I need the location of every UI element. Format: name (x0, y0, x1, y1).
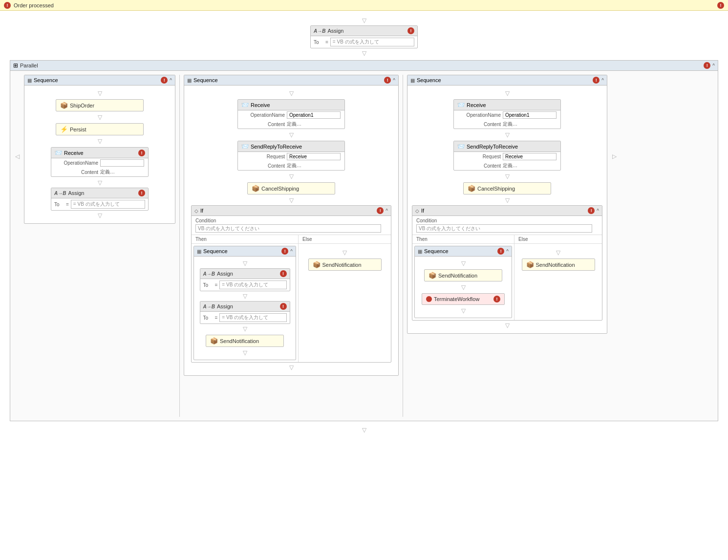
top-assign-activity[interactable]: A→B Assign ! To = = VB の式を入力して (310, 25, 418, 48)
then-assign2-header: A→B Assign ! (200, 302, 290, 312)
right-then-seq-label: Sequence (424, 248, 449, 254)
top-assign-error: ! (407, 27, 414, 34)
right-else-send-notif[interactable]: 📦 SendNotification (522, 258, 595, 271)
then-assign1[interactable]: A→B Assign ! To = (200, 268, 290, 291)
then-assign1-to: To (203, 282, 213, 288)
right-receive-opname-input[interactable] (503, 111, 557, 119)
left-receive-error: ! (138, 150, 145, 156)
right-seq-collapse[interactable]: ^ (601, 78, 604, 83)
left-assign-header: A→B Assign ! (51, 188, 148, 198)
mid-send-req-label: Request (241, 154, 285, 159)
right-send-reply-activity[interactable]: 📨 SendReplyToReceive Request Content 定義… (453, 141, 561, 171)
right-if-condition-label: Condition (416, 218, 598, 223)
left-receive-opname-label: OperationName (54, 160, 98, 166)
right-then-seq-collapse[interactable]: ^ (506, 249, 509, 254)
right-arrow2: ▽ (505, 130, 510, 140)
right-receive-icon: 📨 (457, 101, 465, 108)
mid-if-error: ! (377, 207, 384, 214)
mid-receive-opname-input[interactable] (287, 111, 341, 119)
left-arrow4: ▽ (98, 178, 102, 188)
then-assign1-icon: A→B (203, 271, 215, 277)
then-send-notif[interactable]: 📦 SendNotification (206, 335, 284, 347)
mid-receive-content-label: Content (241, 122, 285, 127)
then-assign2-input[interactable]: = VB の式を入力して (219, 313, 286, 322)
mid-send-req-input[interactable] (287, 153, 341, 160)
then-assign1-input[interactable]: = VB の式を入力して (219, 280, 286, 289)
mid-else-send-notif[interactable]: 📦 SendNotification (308, 258, 382, 271)
mid-then-seq-icon: ▦ (197, 249, 201, 254)
middle-seq-collapse[interactable]: ^ (393, 78, 395, 83)
then-send-notif-label: SendNotification (220, 338, 259, 344)
bottom-arrow: ▽ (5, 425, 723, 435)
right-receive-activity[interactable]: 📨 Receive OperationName Content 定義… (453, 99, 561, 129)
then-assign2-to: To (203, 315, 213, 321)
right-if-else-label: Else (514, 235, 602, 244)
left-seq-label: Sequence (34, 77, 58, 83)
then-arrow3: ▽ (243, 324, 247, 334)
ship-order-icon: 📦 (60, 102, 68, 109)
top-bar-error-badge-right: ! (717, 2, 724, 9)
divider-1 (179, 75, 180, 417)
persist-activity[interactable]: ⚡ Persist (56, 123, 144, 135)
mid-then-seq-label: Sequence (203, 248, 228, 254)
mid-cancel-shipping[interactable]: 📦 CancelShipping (247, 182, 335, 194)
right-if-condition-input[interactable] (416, 224, 592, 233)
mid-if-then-label: Then (192, 235, 298, 244)
right-cancel-shipping[interactable]: 📦 CancelShipping (463, 182, 551, 194)
right-seq-icon: ▦ (410, 78, 415, 83)
mid-then-seq-collapse[interactable]: ^ (290, 249, 293, 254)
canvas: ▽ A→B Assign ! To = = VB の式を入力して ▽ ⊞ Par… (0, 11, 728, 560)
right-arrow1: ▽ (505, 88, 510, 98)
left-receive-activity[interactable]: 📨 Receive ! OperationName Content 定義… (51, 147, 149, 177)
ship-order-activity[interactable]: 📦 ShipOrder (56, 99, 144, 111)
right-send-reply-label: SendReplyToReceive (467, 144, 518, 150)
right-then-seq: ▦ Sequence ! ^ (414, 246, 512, 318)
mid-arrow4: ▽ (289, 195, 294, 205)
left-seq-icon: ▦ (27, 78, 32, 83)
right-then-arrow3: ▽ (461, 306, 466, 316)
then-assign2[interactable]: A→B Assign ! To = (200, 301, 290, 324)
parallel-error: ! (704, 62, 710, 69)
left-seq-arrow1: ▽ (98, 88, 102, 98)
then-arrow2: ▽ (243, 291, 247, 301)
right-if-then-branch: Then ▦ Sequence (412, 235, 514, 320)
left-assign-activity[interactable]: A→B Assign ! To = = VB の式を入力して (51, 188, 149, 211)
parallel-collapse[interactable]: ^ (712, 63, 715, 68)
left-assign-error: ! (138, 190, 145, 196)
mid-send-content-value: 定義… (287, 162, 301, 169)
left-seq-collapse[interactable]: ^ (170, 78, 172, 83)
right-if-collapse[interactable]: ^ (597, 208, 599, 214)
mid-if-condition-input[interactable] (195, 224, 381, 233)
middle-seq-error: ! (384, 77, 391, 84)
right-terminate-activity[interactable]: TerminateWorkflow ! (422, 293, 505, 305)
right-receive-header: 📨 Receive (454, 100, 560, 110)
top-assign-eq: = (325, 40, 328, 45)
right-then-send-notif-label: SendNotification (438, 273, 477, 279)
left-receive-opname-input[interactable] (100, 159, 144, 167)
middle-seq-icon: ▦ (187, 78, 192, 83)
left-assign-label: Assign (68, 190, 84, 196)
left-arrow2: ▽ (98, 112, 102, 122)
left-assign-input[interactable]: = VB の式を入力して (71, 200, 145, 209)
right-send-content-value: 定義… (503, 162, 517, 169)
left-receive-icon: 📨 (54, 149, 62, 156)
right-send-reply-icon: 📨 (457, 143, 465, 150)
mid-if-collapse[interactable]: ^ (385, 208, 388, 214)
left-receive-content-label: Content (54, 170, 98, 175)
right-send-content-label: Content (457, 163, 501, 169)
mid-send-reply-activity[interactable]: 📨 SendReplyToReceive Request Content 定義… (237, 141, 345, 171)
middle-seq-label: Sequence (193, 77, 218, 83)
top-assign-input[interactable]: = VB の式を入力して (330, 38, 414, 46)
right-send-req-input[interactable] (503, 153, 557, 160)
mid-then-seq-error: ! (281, 248, 288, 255)
right-send-req-label: Request (457, 154, 501, 159)
mid-receive-activity[interactable]: 📨 Receive OperationName Content 定義… (237, 99, 345, 129)
mid-cancel-icon: 📦 (252, 185, 259, 192)
right-cancel-label: CancelShipping (477, 186, 515, 192)
then-arrow1: ▽ (243, 258, 247, 268)
right-then-send-notif[interactable]: 📦 SendNotification (424, 269, 502, 281)
then-assign1-header: A→B Assign ! (200, 269, 290, 279)
right-receive-content-label: Content (457, 122, 501, 127)
right-send-reply-header: 📨 SendReplyToReceive (454, 141, 560, 152)
right-sequence-container: ▦ Sequence ! ^ ▽ 📨 Receive (407, 75, 607, 334)
